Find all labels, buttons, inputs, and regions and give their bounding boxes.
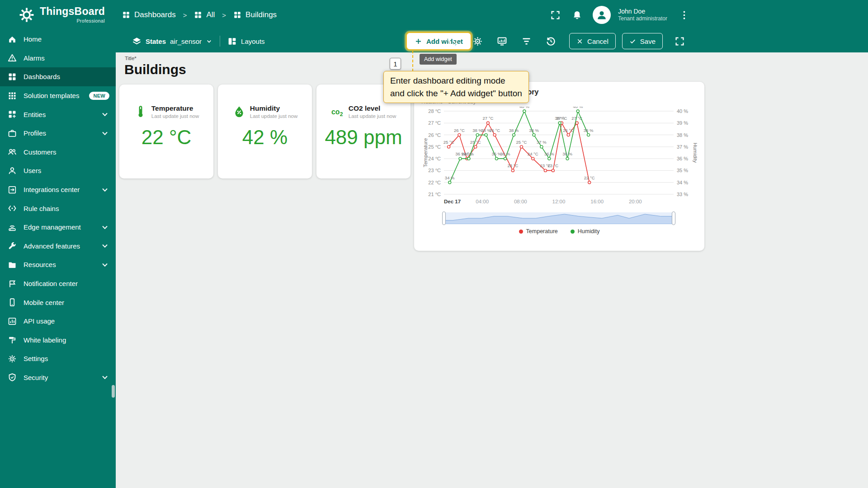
breadcrumb-label: Dashboards xyxy=(134,10,176,19)
check-icon xyxy=(629,38,636,45)
avatar[interactable] xyxy=(593,6,611,24)
version-history-button[interactable] xyxy=(541,32,560,51)
history-icon xyxy=(546,36,556,47)
dashboard-canvas: Title* Buildings Temperature Last update… xyxy=(116,52,868,488)
svg-text:34 %: 34 % xyxy=(445,175,455,180)
thingsboard-logo-icon xyxy=(18,6,35,23)
svg-text:23 °C: 23 °C xyxy=(428,168,441,173)
svg-text:39 %: 39 % xyxy=(555,116,565,121)
folder-icon xyxy=(8,260,17,269)
sidebar-scrollbar[interactable] xyxy=(112,385,115,398)
svg-text:22 °C: 22 °C xyxy=(584,175,595,180)
svg-text:40 %: 40 % xyxy=(519,107,529,109)
app-header: ThingsBoard Professional Dashboards > Al… xyxy=(0,0,868,30)
states-value: air_sensor xyxy=(170,38,202,45)
temperature-humidity-line-chart[interactable]: 28 °C40 %27 °C39 %26 °C38 %25 °C37 %24 °… xyxy=(421,107,697,212)
callout-connector-line xyxy=(412,51,413,71)
widget-subtitle: Last update just now xyxy=(151,113,199,119)
paint-roller-icon xyxy=(8,335,17,344)
thermometer-icon xyxy=(134,105,147,118)
svg-text:38 %: 38 % xyxy=(584,128,594,133)
close-icon xyxy=(576,38,583,45)
toolbar-fullscreen-button[interactable] xyxy=(670,32,689,51)
dashboards-icon xyxy=(194,11,202,19)
svg-text:co: co xyxy=(331,108,340,116)
filters-button[interactable] xyxy=(517,32,536,51)
range-handle-right[interactable] xyxy=(672,211,675,225)
sidebar-item-resources[interactable]: Resources xyxy=(0,255,116,274)
sidebar-item-rule-chains[interactable]: Rule chains xyxy=(0,199,116,218)
sidebar-item-edge-management[interactable]: Edge management xyxy=(0,218,116,237)
sidebar-item-users[interactable]: Users xyxy=(0,161,116,180)
widget-card-humidity[interactable]: Humidity Last update just now 42 % xyxy=(218,84,312,178)
sidebar-item-settings[interactable]: Settings xyxy=(0,349,116,368)
legend-humidity[interactable]: Humidity xyxy=(571,228,600,235)
svg-text:24 °C: 24 °C xyxy=(528,151,538,156)
dashboards-icon xyxy=(8,72,17,81)
customers-icon xyxy=(8,147,17,156)
chart-widget-card[interactable]: Temperature and Humidity history Realtim… xyxy=(414,82,704,251)
chevron-down-icon xyxy=(100,223,109,232)
svg-text:28 °C: 28 °C xyxy=(428,108,441,114)
dashboard-settings-button[interactable] xyxy=(468,32,487,51)
cancel-button[interactable]: Cancel xyxy=(569,33,616,49)
sidebar-item-notification-center[interactable]: Notification center xyxy=(0,274,116,293)
svg-text:23 °C: 23 °C xyxy=(507,163,518,168)
svg-text:37 %: 37 % xyxy=(677,144,688,150)
chevron-down-icon xyxy=(206,38,212,45)
svg-text:38 %: 38 % xyxy=(481,128,491,133)
header-actions: John Doe Tenant administrator xyxy=(546,0,693,30)
sidebar-item-profiles[interactable]: Profiles xyxy=(0,124,116,143)
entity-aliases-button[interactable] xyxy=(492,32,511,51)
sidebar-item-api-usage[interactable]: API usage xyxy=(0,312,116,331)
sidebar-item-solution-templates[interactable]: Solution templates NEW xyxy=(0,86,116,105)
svg-text:12:00: 12:00 xyxy=(552,199,566,204)
sidebar-item-security[interactable]: Security xyxy=(0,368,116,387)
svg-text:Temperature: Temperature xyxy=(423,138,428,168)
range-handle-left[interactable] xyxy=(442,211,446,225)
page-title: Buildings xyxy=(124,62,186,77)
svg-text:25 °C: 25 °C xyxy=(443,140,454,145)
sidebar-item-alarms[interactable]: Alarms xyxy=(0,49,116,68)
states-selector[interactable]: States air_sensor xyxy=(132,37,212,46)
toolbar-divider xyxy=(220,36,220,47)
svg-text:36 %: 36 % xyxy=(677,156,688,161)
user-name: John Doe xyxy=(618,8,667,16)
svg-text:27 °C: 27 °C xyxy=(482,116,493,121)
person-icon xyxy=(596,9,608,21)
legend-temperature[interactable]: Temperature xyxy=(519,228,558,235)
sidebar-item-advanced-features[interactable]: Advanced features xyxy=(0,237,116,256)
sidebar-item-white-labeling[interactable]: White labeling xyxy=(0,331,116,350)
save-button[interactable]: Save xyxy=(622,33,663,49)
gear-icon xyxy=(8,354,17,363)
dashboards-icon xyxy=(122,11,130,19)
breadcrumb: Dashboards > All > Buildings xyxy=(122,10,277,19)
app-logo[interactable]: ThingsBoard Professional xyxy=(0,6,108,23)
sidebar-item-dashboards[interactable]: Dashboards xyxy=(0,67,116,86)
templates-icon xyxy=(8,91,17,100)
svg-text:35 %: 35 % xyxy=(677,168,688,173)
breadcrumb-item-all[interactable]: All xyxy=(194,10,215,19)
time-range-scrollbar[interactable] xyxy=(444,212,674,224)
sidebar-item-mobile-center[interactable]: Mobile center xyxy=(0,293,116,312)
notifications-button[interactable] xyxy=(567,5,586,24)
sidebar-item-customers[interactable]: Customers xyxy=(0,143,116,162)
fullscreen-button[interactable] xyxy=(546,5,565,24)
timewindow-button[interactable] xyxy=(443,32,462,51)
bar-chart-icon xyxy=(8,317,17,326)
svg-text:36 %: 36 % xyxy=(500,151,510,156)
sidebar-item-integrations-center[interactable]: Integrations center xyxy=(0,180,116,199)
breadcrumb-item-dashboards[interactable]: Dashboards xyxy=(122,10,176,19)
widget-card-temperature[interactable]: Temperature Last update just now 22 °C xyxy=(119,84,213,178)
svg-text:36 %: 36 % xyxy=(544,151,554,156)
sidebar-item-entities[interactable]: Entities xyxy=(0,105,116,124)
fullscreen-icon xyxy=(675,36,685,47)
more-menu-button[interactable] xyxy=(675,5,693,24)
phone-icon xyxy=(8,298,17,307)
warning-icon xyxy=(8,53,17,62)
breadcrumb-item-buildings[interactable]: Buildings xyxy=(233,10,277,19)
co2-value: 489 ppm xyxy=(316,126,410,149)
svg-text:26 °C: 26 °C xyxy=(563,128,574,133)
sidebar-item-home[interactable]: Home xyxy=(0,30,116,49)
layouts-button[interactable]: Layouts xyxy=(227,37,265,46)
